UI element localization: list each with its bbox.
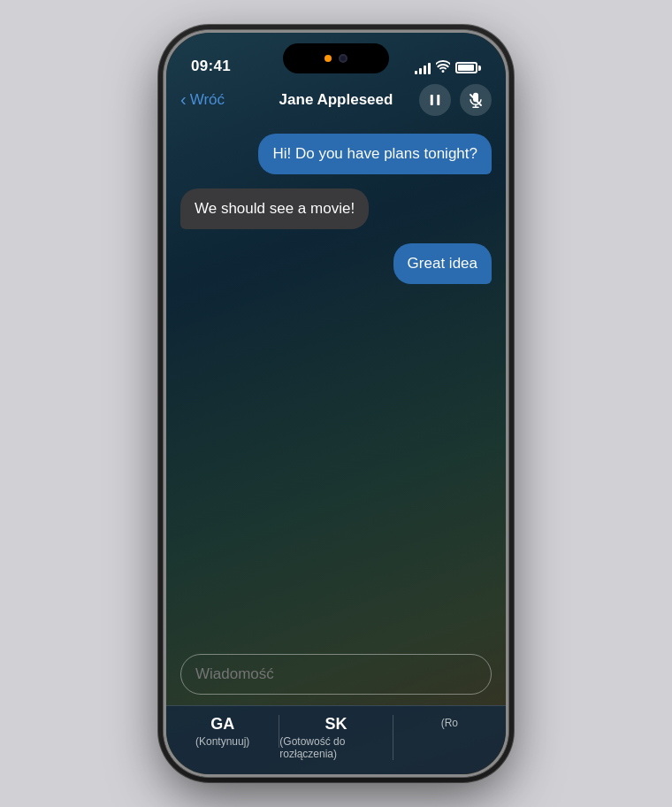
- bottom-action-sk[interactable]: SK (Gotowość do rozłączenia): [279, 715, 393, 760]
- signal-bar-2: [419, 68, 422, 74]
- message-row: Hi! Do you have plans tonight?: [180, 134, 492, 174]
- action-key-ga: GA: [210, 715, 234, 734]
- action-label-sk: (Gotowość do rozłączenia): [279, 735, 392, 760]
- svg-rect-1: [437, 95, 439, 105]
- action-key-sk: SK: [325, 715, 347, 734]
- action-label-ro: (Ro: [441, 717, 458, 729]
- status-bar: 09:41: [166, 33, 506, 81]
- back-button[interactable]: ‹ Wróć: [180, 90, 225, 110]
- mute-mic-button[interactable]: [460, 84, 492, 116]
- message-input[interactable]: [180, 654, 492, 695]
- island-indicator: [325, 55, 332, 62]
- contact-name: Jane Appleseed: [279, 91, 393, 109]
- island-camera: [339, 54, 347, 63]
- signal-bar-3: [424, 65, 426, 74]
- pause-button[interactable]: [419, 84, 451, 116]
- message-bubble-sent-2: Great idea: [393, 243, 492, 284]
- wifi-icon: [436, 60, 450, 75]
- volume-up-button[interactable]: [159, 203, 163, 260]
- svg-rect-0: [431, 95, 433, 105]
- mute-button[interactable]: [159, 154, 163, 185]
- power-button[interactable]: [509, 194, 513, 278]
- action-label-ga: (Kontynuuj): [195, 735, 249, 748]
- message-bubble-received: We should see a movie!: [180, 188, 369, 229]
- phone-screen: 09:41: [164, 30, 508, 777]
- message-text: Hi! Do you have plans tonight?: [272, 145, 477, 162]
- message-text: We should see a movie!: [195, 200, 355, 217]
- bottom-action-ga[interactable]: GA (Kontynuuj): [166, 715, 279, 748]
- volume-down-button[interactable]: [159, 269, 163, 327]
- signal-bar-1: [415, 71, 417, 74]
- chevron-left-icon: ‹: [180, 89, 187, 110]
- screen-content: 09:41: [166, 33, 506, 774]
- bottom-bar: GA (Kontynuuj) SK (Gotowość do rozłączen…: [166, 705, 506, 774]
- nav-actions: [419, 84, 492, 116]
- message-bubble-sent: Hi! Do you have plans tonight?: [258, 134, 492, 174]
- bottom-action-ro[interactable]: (Ro: [393, 715, 506, 729]
- message-text: Great idea: [408, 255, 477, 272]
- battery-icon: [455, 62, 481, 73]
- status-icons: [415, 60, 481, 75]
- back-label: Wróć: [190, 91, 225, 109]
- phone-frame: 09:41: [164, 30, 508, 777]
- nav-bar: ‹ Wróć Jane Appleseed: [166, 81, 506, 125]
- message-row: Great idea: [180, 243, 492, 284]
- signal-icon: [415, 62, 431, 74]
- input-area: [166, 645, 506, 703]
- dynamic-island: [283, 43, 389, 73]
- message-row: We should see a movie!: [180, 188, 492, 229]
- signal-bar-4: [428, 63, 431, 74]
